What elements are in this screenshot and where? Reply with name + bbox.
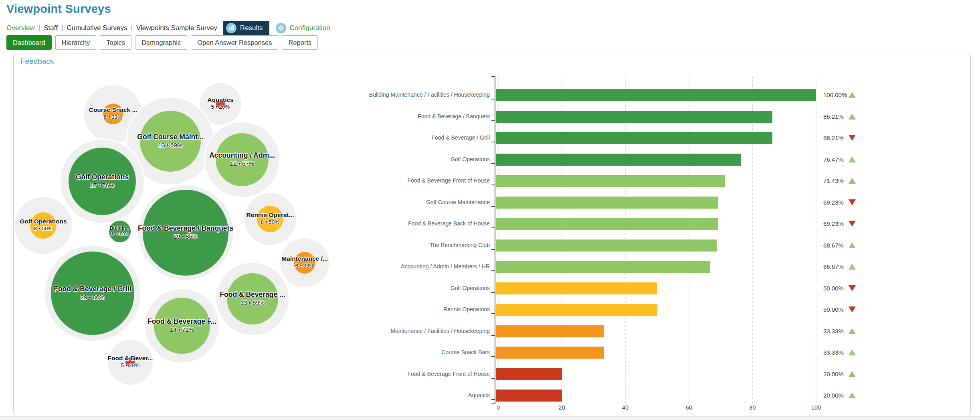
x-axis-tick-40: 40 [616,404,634,411]
bar[interactable] [496,154,741,166]
tab-hierarchy[interactable]: Hierarchy [55,35,97,50]
bubble-inner-circle [103,103,123,124]
breadcrumb-survey-name[interactable]: Viewpoints Sample Survey [136,24,217,32]
bar[interactable] [496,89,816,101]
bubble-inner-circle [69,148,136,215]
bar-label: Food & Beverage Front of House [317,371,490,377]
y-axis-row-tick [491,206,495,207]
bar[interactable] [496,368,562,380]
breadcrumb: Overview | Staff | Cumulative Surveys | … [6,21,330,35]
bar[interactable] [496,132,772,144]
breadcrumb-cumulative-surveys[interactable]: Cumulative Surveys [67,24,127,32]
bar-label: Golf Course Maintenance [317,199,490,205]
tab-open-answer-responses[interactable]: Open Answer Responses [191,35,278,50]
bar-label: Accounting / Admin / Members / HR [317,263,490,270]
bubble-accounting-adm-[interactable] [205,122,279,197]
trend-up-icon [849,114,856,120]
configuration-button[interactable]: Configuration [276,23,330,33]
viewpoint-surveys-page: Viewpoint Surveys Overview | Staff | Cum… [0,0,980,420]
bubble-inner-circle [216,99,225,108]
bar[interactable] [496,218,718,230]
breadcrumb-staff[interactable]: Staff [44,24,58,32]
bar-value-label: 68.67% [823,242,844,249]
y-axis-row-tick [491,142,495,142]
bubble-inner-circle [125,357,135,367]
y-axis-row-tick [491,378,495,379]
bubble-golf-operations[interactable] [15,197,72,254]
results-button-label: Results [240,24,263,32]
bar-value-label: 50.00% [823,306,844,313]
bar[interactable] [496,347,604,359]
y-axis-row-tick [491,335,495,336]
gridline-80 [752,76,753,404]
trend-down-icon [849,285,856,291]
trend-up-icon [849,178,856,184]
breadcrumb-separator: | [35,24,44,32]
gear-icon [276,23,286,33]
x-axis-tick-100: 100 [807,404,825,411]
panel-divider [14,70,970,70]
trend-up-icon [849,349,856,355]
bar-value-label: 20.00% [823,392,844,399]
bar[interactable] [496,111,772,123]
bar-value-label: 69.23% [823,220,844,227]
bar-value-label: 71.43% [823,177,844,184]
bubble-buildin-[interactable] [109,221,131,242]
y-axis-top-cap [491,76,495,77]
bar-value-label: 66.67% [823,263,844,270]
bar-label: Course Snack Bars [317,349,490,355]
bubble-rennis-operat-[interactable] [244,193,296,245]
bar-value-label: 50.00% [823,285,844,292]
bar[interactable] [496,325,604,337]
trend-up-icon [849,92,856,98]
x-axis-tick-0: 0 [489,404,507,411]
x-axis-tick-80: 80 [744,404,761,411]
y-axis-row-tick [491,249,495,250]
configuration-label: Configuration [290,24,330,32]
tab-dashboard[interactable]: Dashboard [6,35,52,50]
bubble-inner-circle [154,298,210,354]
y-axis-row-tick [491,270,495,271]
bar[interactable] [496,282,657,294]
bubble-inner-circle [143,190,228,276]
y-axis-row-tick [491,356,495,357]
bubble-food-beverage-f-[interactable] [145,289,219,363]
y-axis-row-tick [491,185,495,185]
y-axis-row-tick [491,313,495,314]
bar-label: Food & Beverage Back of House [317,220,490,227]
tab-reports[interactable]: Reports [282,35,318,50]
bar[interactable] [496,239,717,252]
page-title: Viewpoint Surveys [6,2,111,16]
bubble-golf-operations[interactable] [61,140,144,223]
bar[interactable] [496,261,710,273]
bubble-inner-circle [216,133,269,186]
results-button[interactable]: Results [223,21,269,35]
bar-label: Food & Beverage Front of House [317,177,490,184]
bar[interactable] [496,197,718,209]
y-axis-row-tick [491,99,495,99]
tab-bar: Dashboard Hierarchy Topics Demographic O… [6,35,318,50]
tab-demographic[interactable]: Demographic [135,35,187,50]
bar-label: Aquatics [317,392,490,398]
tab-topics[interactable]: Topics [100,35,131,50]
trend-up-icon [849,328,856,334]
bar-label: Rennis Operations [317,306,490,312]
trend-up-icon [849,156,856,162]
bar-label: Golf Operations [317,285,490,291]
bubble-inner-circle [140,111,201,172]
y-axis-bottom-cap [491,403,495,404]
breadcrumb-overview[interactable]: Overview [6,24,35,32]
bar[interactable] [496,304,657,316]
bar[interactable] [496,390,562,402]
bubble-food-beverage-banquets[interactable] [138,185,233,280]
bottom-strip [0,416,980,420]
bar-chart-icon [226,23,236,33]
y-axis-line [495,76,495,404]
bubble-food-bever-[interactable] [108,340,153,385]
bubble-food-beverage-[interactable] [216,263,289,335]
y-axis-row-tick [491,163,495,164]
bar-label: Food & Beverage / Grill [317,134,490,141]
bubble-food-beverage-grill[interactable] [45,246,140,341]
bar[interactable] [496,175,725,187]
panel-title: Feedback [20,57,54,66]
